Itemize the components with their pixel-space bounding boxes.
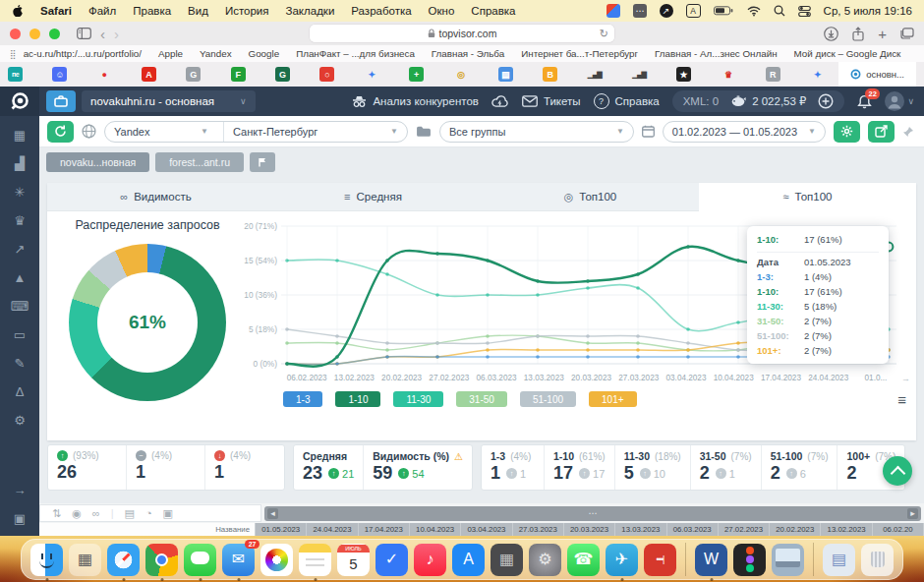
dock-trash-icon[interactable] — [861, 544, 894, 576]
table-date-header[interactable]: 10.04.2023 — [410, 523, 461, 536]
cloud-icon[interactable] — [491, 94, 509, 108]
favorite-icon[interactable]: F — [231, 67, 246, 82]
favorite-icon[interactable]: ♛ — [722, 67, 736, 82]
external-link-icon[interactable]: ▣ — [14, 511, 26, 526]
new-tab-icon[interactable]: + — [878, 26, 887, 42]
dock-word-icon[interactable]: W — [695, 544, 727, 576]
folder-icon[interactable] — [416, 125, 432, 138]
downloads-icon[interactable] — [824, 27, 838, 41]
dock-window-preview-icon[interactable] — [772, 544, 804, 576]
tickets-link[interactable]: Тикеты — [522, 95, 581, 107]
favorite-icon[interactable]: ▁▄▇ — [587, 67, 602, 82]
menu-item[interactable]: Файл — [88, 5, 116, 17]
awards-icon[interactable]: ♛ — [14, 213, 26, 228]
add-funds-icon[interactable] — [818, 93, 834, 109]
refresh-button[interactable] — [47, 121, 74, 143]
favorite-icon[interactable]: ○ — [319, 67, 334, 82]
sidebar-toggle-icon[interactable] — [77, 28, 91, 39]
favorite-icon[interactable]: пе — [8, 67, 23, 82]
favorite-icon[interactable]: ▤ — [498, 67, 513, 82]
boost-icon[interactable]: ▲ — [14, 270, 27, 285]
bookmarks-grid-icon[interactable]: ⣿ — [10, 49, 18, 59]
favorite-icon[interactable]: B — [543, 67, 557, 82]
table-date-header[interactable]: 06.02.20 — [873, 523, 924, 536]
favorite-icon[interactable]: + — [409, 67, 424, 82]
close-window-button[interactable] — [10, 29, 21, 39]
export-button[interactable] — [868, 121, 895, 143]
horizontal-scrollbar[interactable]: ◂ ⋯ ▸ — [264, 506, 921, 521]
project-briefcase-button[interactable] — [46, 90, 76, 112]
chart-settings-button[interactable] — [834, 121, 860, 143]
dock-lastpass-icon[interactable]: •••| — [644, 544, 676, 576]
scroll-top-button[interactable] — [883, 456, 912, 486]
user-menu[interactable]: ∨ — [885, 91, 914, 111]
scroll-left-icon[interactable]: ◂ — [267, 508, 278, 519]
dock-chrome-icon[interactable] — [145, 544, 178, 576]
dock-calendar-icon[interactable]: июль5 — [337, 544, 370, 576]
favorite-icon[interactable]: ☺ — [52, 67, 67, 82]
vpn-menubar-icon[interactable]: ↗ — [660, 4, 673, 18]
gear-icon[interactable]: ⚙ — [14, 413, 26, 428]
toolbar-icon-3[interactable]: ▤ — [125, 507, 135, 520]
bookmark-link[interactable]: Мой диск – Google Диск — [794, 48, 901, 59]
table-date-header[interactable]: 27.02.2023 — [719, 523, 770, 536]
notifications-bell[interactable]: 22 — [857, 94, 872, 109]
editor-icon[interactable]: ✎ — [15, 356, 26, 371]
table-date-header[interactable]: 17.04.2023 — [359, 523, 410, 536]
calendar-icon[interactable] — [642, 125, 655, 138]
wifi-icon[interactable] — [747, 6, 761, 17]
favorite-icon[interactable]: ◎ — [453, 67, 468, 82]
stats-icon[interactable]: ▟ — [15, 156, 25, 171]
table-date-header[interactable]: 13.03.2023 — [615, 523, 666, 536]
apple-menu-icon[interactable] — [12, 4, 24, 18]
address-bar[interactable]: topvisor.com ↻ — [310, 25, 614, 42]
tag-chip[interactable]: forest...ant.ru — [155, 152, 244, 172]
toolbar-icon-5[interactable]: ▣ — [163, 507, 173, 520]
dock-safari-icon[interactable] — [107, 544, 140, 576]
menu-item[interactable]: Правка — [133, 5, 171, 17]
dock-settings-icon[interactable]: ⚙ — [529, 544, 561, 576]
dock-mail-icon[interactable]: ✉27 — [222, 544, 255, 576]
bookmark-link[interactable]: Yandex — [200, 48, 232, 59]
table-date-header[interactable]: 13.02.2023 — [821, 523, 872, 536]
favorite-icon[interactable]: ✦ — [365, 67, 379, 82]
table-date-header[interactable]: 20.03.2023 — [564, 523, 615, 536]
topvisor-logo[interactable] — [0, 87, 39, 116]
search-icon[interactable] — [774, 5, 785, 17]
yandex-menubar-icon[interactable] — [606, 4, 620, 18]
table-name-column[interactable]: Название — [39, 523, 256, 536]
tab-видимость-1[interactable]: ∞Видимость — [47, 183, 264, 210]
legend-button-51-100[interactable]: 51-100 — [520, 391, 576, 407]
tag-chip[interactable]: novaku...новная — [46, 152, 149, 172]
minimize-window-button[interactable] — [29, 29, 40, 39]
dock-messages-icon[interactable] — [184, 544, 216, 576]
chart-menu-icon[interactable]: ≡ — [897, 391, 906, 408]
dock-photos-icon[interactable] — [260, 544, 293, 576]
collapse-icon[interactable]: → — [14, 483, 27, 497]
forward-button[interactable]: › — [114, 27, 119, 41]
monitor-icon[interactable]: ▭ — [14, 327, 26, 342]
bookmark-link[interactable]: Apple — [158, 48, 183, 59]
table-date-header[interactable]: 03.04.2023 — [461, 523, 512, 536]
bookmark-link[interactable]: ПланФакт – ...для бизнеса — [296, 48, 415, 59]
menu-item[interactable]: Safari — [40, 5, 72, 17]
competitors-link[interactable]: Анализ конкурентов — [352, 95, 479, 108]
project-selector[interactable]: novakuhni.ru - основная ∨ — [82, 90, 256, 112]
table-date-header[interactable]: 01.05.2023 — [256, 523, 307, 536]
share-icon[interactable] — [852, 27, 864, 41]
balance-pill[interactable]: XML: 0 2 022,53 ₽ — [672, 90, 845, 112]
experiments-icon[interactable]: Δ — [16, 384, 25, 399]
trends-icon[interactable]: ↗ — [15, 242, 26, 257]
toolbar-icon-4[interactable]: ◔ — [145, 507, 152, 519]
control-center-icon[interactable] — [798, 5, 811, 18]
legend-button-11-30[interactable]: 11-30 — [393, 391, 443, 407]
bookmark-link[interactable]: Главная - Эльба — [432, 48, 504, 59]
dock-launchpad-icon[interactable]: ▦ — [69, 544, 101, 576]
help-link[interactable]: ? Справка — [594, 93, 660, 109]
tab-overview-icon[interactable] — [900, 28, 914, 39]
dock-whatsapp-icon[interactable]: ☎ — [567, 544, 600, 576]
dock-downloads-icon[interactable]: ▤ — [823, 544, 855, 576]
favorite-icon[interactable]: ★ — [676, 67, 691, 82]
toolbar-icon-0[interactable]: ⇅ — [52, 507, 61, 520]
pin-icon[interactable] — [902, 126, 914, 138]
